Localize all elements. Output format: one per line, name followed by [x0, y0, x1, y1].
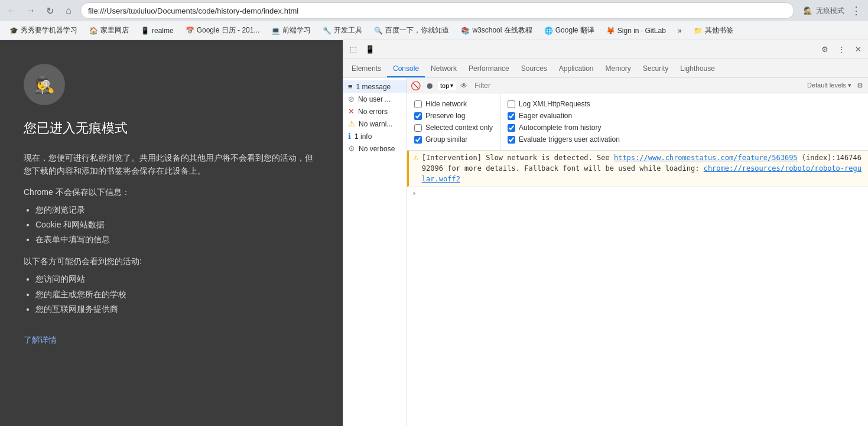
back-button[interactable]: ← [5, 4, 19, 18]
learn-more-link[interactable]: 了解详情 [24, 335, 57, 344]
devtools-right-icons: ⚙ ⋮ ✕ [817, 42, 866, 57]
bookmark-devtools[interactable]: 🔧 开发工具 [318, 23, 367, 38]
filter-eye-button[interactable]: 👁 [458, 80, 470, 92]
bookmark-icon: 💻 [271, 27, 280, 35]
setting-autocomplete-history[interactable]: Autocomplete from history [508, 122, 620, 134]
tab-network[interactable]: Network [425, 61, 463, 77]
warning-message-icon: ⚠ [414, 152, 418, 161]
list-item: 您访问的网站 [35, 272, 319, 287]
preserve-log-checkbox[interactable] [414, 112, 422, 120]
log-xhr-checkbox[interactable] [508, 100, 515, 108]
bookmark-icon: 📚 [461, 27, 470, 35]
tab-console[interactable]: Console [387, 61, 425, 77]
console-prompt-row: › [407, 187, 868, 199]
filter-input[interactable] [472, 80, 805, 92]
tab-lighthouse[interactable]: Lighthouse [674, 61, 721, 77]
bookmark-w3school[interactable]: 📚 w3school 在线教程 [456, 23, 537, 38]
group-similar-checkbox[interactable] [414, 136, 422, 144]
setting-selected-context[interactable]: Selected context only [414, 122, 493, 134]
tab-elements[interactable]: Elements [346, 61, 387, 77]
autocomplete-history-checkbox[interactable] [508, 124, 515, 132]
setting-label: Preserve log [425, 112, 465, 120]
sidebar-item-all-messages[interactable]: ≡ 1 message [343, 80, 407, 93]
bookmark-google-calendar[interactable]: 📅 Google 日历 - 201... [181, 23, 265, 38]
address-text: file:///Users/tuxiuluo/Documents/code/hi… [88, 6, 298, 15]
bookmark-label: 百度一下，你就知道 [385, 25, 449, 35]
refresh-button[interactable]: ↻ [43, 4, 57, 18]
tab-security[interactable]: Security [637, 61, 674, 77]
console-settings-button[interactable]: ⚙ [854, 80, 866, 92]
bookmark-google-translate[interactable]: 🌐 Google 翻译 [539, 23, 599, 38]
setting-preserve-log[interactable]: Preserve log [414, 110, 493, 122]
bookmark-frontend[interactable]: 💻 前端学习 [266, 23, 316, 38]
list-item: Cookie 和网站数据 [35, 217, 319, 232]
setting-eager-evaluation[interactable]: Eager evaluation [508, 110, 620, 122]
bookmark-more[interactable]: » [673, 24, 687, 37]
default-levels-dropdown[interactable]: Default levels ▾ [807, 82, 851, 89]
eager-eval-checkbox[interactable] [508, 112, 515, 120]
home-button[interactable]: ⌂ [61, 4, 76, 18]
bookmark-label: realme [152, 27, 174, 35]
bookmark-icon: 📱 [141, 27, 149, 35]
clear-console-button[interactable]: 🚫 [409, 80, 421, 92]
sidebar-item-verbose[interactable]: ⚙ No verbose [343, 142, 407, 155]
setting-group-similar[interactable]: Group similar [414, 134, 493, 145]
close-devtools-button[interactable]: ✕ [850, 42, 866, 57]
dock-button[interactable]: ⬚ [346, 42, 361, 57]
forward-button[interactable]: → [24, 4, 38, 18]
warning-icon: ⚠ [348, 119, 355, 128]
settings-gear-button[interactable]: ⚙ [817, 42, 833, 57]
devtools-panel: ⬚ 📱 ⚙ ⋮ ✕ Elements Console Network Perfo… [343, 40, 868, 426]
setting-label: Group similar [425, 135, 467, 144]
bookmark-baidu[interactable]: 🔍 百度一下，你就知道 [369, 23, 454, 38]
stop-recording-button[interactable]: ⏺ [424, 80, 435, 92]
bookmark-label: Google 日历 - 201... [197, 25, 260, 35]
tab-memory[interactable]: Memory [600, 61, 637, 77]
address-bar[interactable]: file:///Users/tuxiuluo/Documents/code/hi… [80, 2, 794, 19]
bookmark-label: 其他书签 [705, 25, 733, 35]
bookmark-label: w3school 在线教程 [472, 25, 532, 35]
bookmark-gitlab[interactable]: 🦊 Sign in · GitLab [602, 24, 671, 37]
bookmark-others[interactable]: 📁 其他书签 [689, 23, 738, 38]
sidebar-item-errors[interactable]: ✕ No errors [343, 105, 407, 118]
sidebar-item-label: No user ... [358, 95, 391, 103]
setting-label: Evaluate triggers user activation [519, 135, 620, 144]
bookmark-label: 开发工具 [334, 25, 362, 35]
console-input[interactable] [421, 189, 863, 197]
page-list2: 您访问的网站 您的雇主或您所在的学校 您的互联网服务提供商 [24, 272, 319, 317]
list-item: 您的浏览记录 [35, 203, 319, 217]
bookmark-icon: 🏠 [89, 27, 98, 35]
bookmark-label: Google 翻译 [555, 25, 594, 35]
sidebar-item-label: 1 message [356, 83, 391, 91]
setting-log-xmlhttprequests[interactable]: Log XMLHttpRequests [508, 98, 620, 110]
sidebar-item-info[interactable]: ℹ 1 info [343, 130, 407, 142]
menu-button[interactable]: ⋮ [849, 4, 863, 18]
sidebar-item-user[interactable]: ⊘ No user ... [343, 93, 407, 105]
context-label: top [440, 82, 449, 89]
hide-network-checkbox[interactable] [414, 100, 422, 108]
user-icon: ⊘ [348, 95, 355, 103]
chromestatus-link[interactable]: https://www.chromestatus.com/feature/563… [614, 154, 798, 162]
evaluate-triggers-checkbox[interactable] [508, 136, 515, 144]
sidebar-item-warnings[interactable]: ⚠ No warni... [343, 118, 407, 130]
bookmark-jiliwangdian[interactable]: 🏠 家里网店 [84, 23, 134, 38]
setting-label: Eager evaluation [519, 112, 572, 120]
console-message-text: [Intervention] Slow network is detected.… [422, 152, 863, 184]
tab-sources[interactable]: Sources [515, 61, 553, 77]
settings-col-left: Hide network Preserve log Selected conte… [407, 93, 500, 150]
bookmark-icon: 🔧 [323, 27, 331, 35]
console-main: 🚫 ⏺ top ▾ 👁 Default levels ▾ ⚙ [407, 78, 868, 426]
roboto-font-link[interactable]: chrome://resources/roboto/roboto-regular… [422, 164, 862, 183]
setting-hide-network[interactable]: Hide network [414, 98, 493, 110]
context-selector[interactable]: top ▾ [438, 82, 456, 90]
mobile-button[interactable]: 📱 [362, 42, 378, 57]
bookmark-jiqixuexi[interactable]: 🎓 秀秀要学机器学习 [5, 23, 82, 38]
selected-context-checkbox[interactable] [414, 124, 422, 132]
tab-performance[interactable]: Performance [463, 61, 515, 77]
more-options-button[interactable]: ⋮ [834, 42, 849, 57]
sidebar-item-label: 1 info [355, 132, 372, 141]
bookmark-realme[interactable]: 📱 realme [136, 24, 178, 37]
bookmark-label: 秀秀要学机器学习 [21, 25, 77, 35]
setting-evaluate-triggers[interactable]: Evaluate triggers user activation [508, 134, 620, 145]
tab-application[interactable]: Application [553, 61, 600, 77]
